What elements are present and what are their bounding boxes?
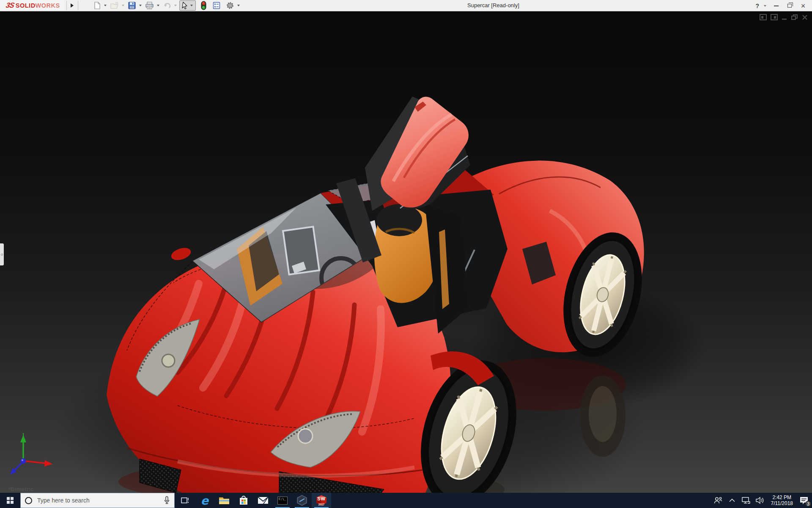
command-prompt-icon: C:\_	[277, 497, 288, 505]
start-button[interactable]	[0, 493, 20, 508]
options-gear-icon	[226, 1, 234, 10]
mail-button[interactable]	[253, 493, 273, 508]
solidworks-logo-text-light: WORKS	[36, 2, 60, 9]
car-model[interactable]	[0, 12, 812, 493]
menu-flyout-button[interactable]	[69, 1, 76, 10]
restore-button[interactable]	[784, 1, 795, 11]
edge-icon: e	[201, 495, 208, 506]
restore-icon	[787, 4, 792, 8]
feature-manager-collapsed-tab[interactable]	[0, 243, 4, 265]
new-document-icon	[93, 1, 101, 10]
rebuild-traffic-light-icon	[201, 1, 206, 10]
help-dropdown[interactable]	[764, 5, 766, 7]
taskbar-clock[interactable]: 2:42 PM 7/11/2018	[768, 494, 796, 506]
minimize-icon	[774, 6, 779, 6]
microphone-icon[interactable]	[164, 496, 170, 505]
notification-badge: 3	[805, 501, 811, 507]
clock-time: 2:42 PM	[771, 494, 793, 500]
solidworks-taskbar-button[interactable]: SW 2017	[312, 493, 331, 508]
taskbar: e C:	[0, 493, 812, 508]
edrawings-hexagon-icon	[296, 495, 307, 506]
close-button[interactable]: ×	[798, 1, 809, 11]
chevron-up-icon	[729, 498, 735, 502]
volume-button[interactable]	[754, 493, 765, 508]
clock-date: 7/11/2018	[771, 500, 793, 506]
select-cursor-icon	[181, 1, 189, 10]
solidworks-logo-mark-icon: 3S	[5, 1, 15, 10]
toolbar-separator	[78, 1, 78, 10]
undo-icon	[163, 1, 171, 10]
wing-mirror	[170, 246, 192, 262]
solidworks-logo: 3S SOLIDWORKS	[0, 0, 64, 11]
doc-close-icon[interactable]	[802, 14, 808, 20]
action-center-button[interactable]: 3	[798, 493, 809, 508]
standard-toolbar	[92, 0, 241, 11]
undo-dropdown[interactable]	[174, 5, 177, 6]
task-view-icon	[181, 497, 189, 504]
minimize-button[interactable]	[771, 1, 782, 11]
options-dropdown[interactable]	[237, 5, 240, 6]
seat-headrest	[376, 204, 422, 236]
display-pane-icon[interactable]	[760, 14, 767, 20]
file-properties-button[interactable]	[211, 1, 222, 10]
print-icon	[145, 1, 154, 10]
close-icon: ×	[801, 2, 806, 10]
toolbar-separator	[66, 1, 67, 10]
view-orientation-label: *Dimetric	[8, 486, 34, 492]
print-button[interactable]	[144, 1, 155, 10]
rebuild-button[interactable]	[200, 0, 207, 11]
open-dropdown[interactable]	[122, 5, 124, 6]
file-properties-icon	[212, 1, 221, 10]
task-view-button[interactable]	[176, 493, 195, 508]
titlebar-controls: ? ×	[754, 0, 809, 11]
network-icon	[741, 497, 751, 504]
save-dropdown[interactable]	[139, 5, 142, 6]
network-button[interactable]	[741, 493, 752, 508]
people-icon	[713, 497, 723, 504]
document-window-controls	[760, 14, 808, 20]
tray-overflow-button[interactable]	[727, 493, 738, 508]
undo-button[interactable]	[162, 1, 172, 10]
system-tray: 2:42 PM 7/11/2018 3	[713, 493, 812, 508]
doc-restore-icon[interactable]	[791, 14, 798, 20]
tab-dot-icon	[1, 254, 3, 256]
window-title: Supercar [Read-only]	[467, 0, 519, 11]
open-button[interactable]	[109, 1, 120, 10]
save-button[interactable]	[127, 1, 137, 10]
file-explorer-icon	[219, 496, 230, 505]
solidworks-2017-icon: SW 2017	[316, 495, 327, 506]
open-icon	[110, 1, 119, 10]
taskbar-apps: e C:	[176, 493, 331, 508]
display-pane-2-icon[interactable]	[771, 14, 778, 20]
graphics-viewport[interactable]: *Dimetric	[0, 12, 812, 493]
options-button[interactable]	[225, 1, 235, 10]
command-prompt-button[interactable]: C:\_	[273, 493, 292, 508]
people-button[interactable]	[713, 493, 724, 508]
select-tool-dropdown[interactable]	[190, 5, 193, 6]
save-icon	[128, 1, 136, 10]
store-icon	[239, 495, 249, 505]
volume-icon	[755, 497, 765, 504]
windows-logo-icon	[7, 497, 14, 504]
store-button[interactable]	[234, 493, 253, 508]
doc-minimize-icon[interactable]	[782, 14, 787, 20]
print-dropdown[interactable]	[157, 5, 159, 6]
cortana-icon	[25, 497, 32, 504]
new-document-button[interactable]	[92, 1, 102, 10]
select-tool-button[interactable]	[179, 0, 196, 11]
play-arrow-icon	[71, 3, 74, 8]
help-button[interactable]: ?	[754, 3, 760, 9]
titlebar: 3S SOLIDWORKS	[0, 0, 812, 11]
solidworks-logo-text-bold: SOLID	[16, 2, 36, 9]
taskbar-search[interactable]	[20, 493, 175, 508]
search-input[interactable]	[36, 497, 159, 504]
file-explorer-button[interactable]	[214, 493, 234, 508]
mail-icon	[258, 496, 269, 505]
edrawings-button[interactable]	[292, 493, 312, 508]
edge-button[interactable]: e	[195, 493, 214, 508]
reference-triad-icon	[5, 430, 56, 478]
new-document-dropdown[interactable]	[104, 5, 107, 6]
